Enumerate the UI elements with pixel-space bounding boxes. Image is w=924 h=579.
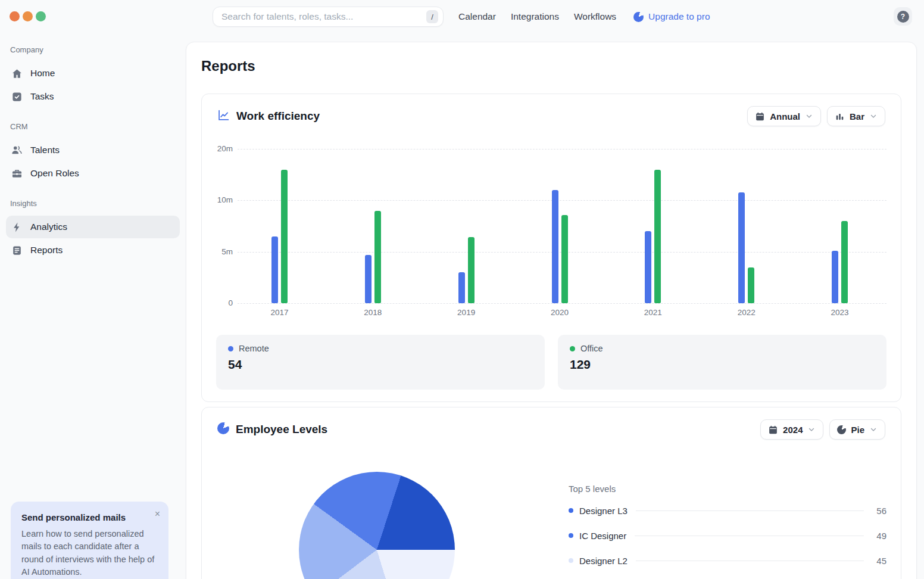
summary-label: Office: [580, 344, 603, 353]
minimize-button[interactable]: [23, 11, 33, 21]
notification-body: Learn how to send personalized mails to …: [21, 528, 159, 579]
bar-remote-2023: [832, 251, 838, 303]
level-row-designer-l3: Designer L3 56: [569, 498, 886, 523]
section-label-company: Company: [6, 45, 180, 54]
bar-dropdown[interactable]: Bar: [827, 106, 885, 126]
bar-remote-2021: [645, 231, 651, 303]
calendar-icon: [755, 111, 765, 122]
legend-dot: [569, 508, 573, 513]
y-axis-label: 0: [216, 298, 233, 307]
level-row-ic-designer: IC Designer 49: [569, 523, 886, 548]
dropdown-label: 2024: [783, 425, 803, 435]
work-efficiency-card: Work efficiency Annual Bar 05m10m20m2017…: [201, 94, 901, 402]
x-axis-label: 2017: [258, 308, 300, 317]
pie-small-icon: [837, 425, 846, 434]
sidebar-item-label: Analytics: [30, 222, 67, 232]
summary-value: 54: [228, 357, 533, 372]
summary-card-office: Office 129: [558, 335, 886, 390]
main-panel: Reports Work efficiency Annual Bar 05m10…: [186, 42, 917, 579]
bar-office-2019: [468, 237, 475, 303]
level-row-designer-l2: Designer L2 45: [569, 548, 886, 573]
sidebar-item-tasks[interactable]: Tasks: [6, 85, 180, 108]
summary-value: 129: [570, 357, 875, 372]
bar-office-2021: [654, 170, 661, 303]
x-axis-label: 2021: [632, 308, 674, 317]
chevron-down-icon: [869, 425, 878, 434]
upgrade-to-pro-link[interactable]: Upgrade to pro: [633, 11, 710, 22]
annual-dropdown[interactable]: Annual: [747, 106, 821, 126]
pie-chart: [299, 472, 455, 579]
x-axis-label: 2023: [819, 308, 861, 317]
sidebar-item-reports[interactable]: Reports: [6, 239, 180, 262]
legend-dot: [570, 346, 575, 351]
bar-office-2020: [561, 215, 568, 303]
employee-levels-title: Employee Levels: [236, 423, 327, 436]
work-efficiency-title: Work efficiency: [236, 110, 320, 123]
bar-office-2023: [841, 221, 848, 303]
level-value: 45: [872, 556, 886, 566]
top-navigation: CalendarIntegrationsWorkflows Upgrade to…: [458, 0, 710, 33]
nav-link-workflows[interactable]: Workflows: [574, 11, 616, 22]
open-roles-icon: [11, 167, 23, 179]
level-label: Designer L3: [579, 506, 628, 516]
pie-dropdown[interactable]: Pie: [829, 419, 885, 440]
sidebar-item-label: Open Roles: [30, 168, 79, 179]
page-title: Reports: [201, 58, 901, 74]
2024-dropdown[interactable]: 2024: [760, 419, 823, 440]
sidebar-item-analytics[interactable]: Analytics: [6, 216, 180, 238]
search-input[interactable]: [213, 7, 444, 27]
x-axis-label: 2022: [726, 308, 767, 317]
sidebar-item-open-roles[interactable]: Open Roles: [6, 162, 180, 185]
keyboard-shortcut-badge: /: [426, 10, 438, 23]
sidebar-item-label: Tasks: [30, 91, 54, 102]
sidebar-item-talents[interactable]: Talents: [6, 139, 180, 161]
window-controls[interactable]: [10, 11, 46, 21]
question-mark-icon: ?: [897, 11, 909, 23]
close-icon[interactable]: ×: [155, 509, 160, 519]
sidebar-item-label: Talents: [30, 145, 60, 155]
nav-link-integrations[interactable]: Integrations: [511, 11, 559, 22]
top-levels-list: Top 5 levels Designer L3 56 IC Designer …: [569, 484, 886, 573]
x-axis-label: 2020: [539, 308, 580, 317]
pie-icon: [217, 422, 229, 437]
home-icon: [11, 67, 23, 79]
help-button[interactable]: ?: [894, 7, 912, 26]
y-axis-label: 20m: [216, 144, 233, 153]
gridline-0: [238, 303, 886, 304]
sidebar-item-home[interactable]: Home: [6, 62, 180, 85]
nav-link-calendar[interactable]: Calendar: [458, 11, 496, 22]
level-label: IC Designer: [579, 531, 626, 541]
leader-line: [635, 536, 864, 536]
talents-icon: [11, 144, 23, 156]
top-levels-heading: Top 5 levels: [569, 484, 886, 493]
bar-remote-2017: [271, 236, 278, 303]
employee-levels-card: Employee Levels 2024 Pie Top 5 levels De…: [201, 407, 901, 579]
dropdown-label: Annual: [770, 111, 800, 122]
sidebar: Company Home TasksCRM Talents Open Roles…: [0, 33, 186, 579]
tasks-icon: [11, 91, 23, 102]
gridline-20m: [238, 149, 886, 150]
bar-remote-2019: [458, 272, 465, 303]
dropdown-label: Bar: [850, 111, 864, 122]
zoom-button[interactable]: [36, 11, 46, 21]
level-label: Designer L2: [579, 556, 628, 566]
y-axis-label: 10m: [216, 195, 233, 204]
dropdown-label: Pie: [851, 425, 864, 435]
summary-label: Remote: [239, 344, 269, 353]
close-button[interactable]: [10, 11, 20, 21]
level-value: 56: [872, 506, 886, 516]
analytics-icon: [11, 221, 23, 233]
upgrade-label: Upgrade to pro: [648, 11, 710, 22]
chevron-down-icon: [805, 112, 813, 120]
legend-dot: [569, 558, 573, 563]
x-axis-label: 2019: [445, 308, 487, 317]
bar-office-2017: [281, 170, 288, 303]
bar-chart-icon: [835, 111, 845, 122]
bar-chart: 05m10m20m2017201820192020202120222023: [216, 143, 886, 322]
section-label-crm: CRM: [6, 122, 180, 131]
legend-dot: [569, 533, 573, 538]
leader-line: [636, 561, 864, 561]
sidebar-item-label: Home: [30, 68, 55, 79]
section-label-insights: Insights: [6, 199, 180, 208]
calendar-icon: [768, 425, 778, 435]
